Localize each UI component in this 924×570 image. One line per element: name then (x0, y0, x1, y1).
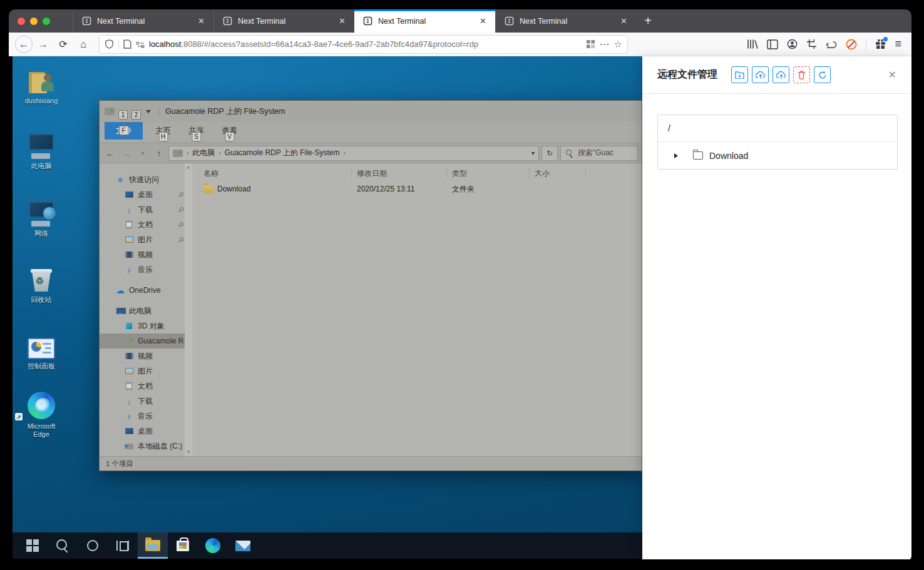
nav-pc-desktop[interactable]: 桌面 (100, 424, 192, 439)
upload-folder-button[interactable] (773, 66, 789, 83)
cortana-button[interactable] (78, 532, 108, 559)
ribbon-tab-view[interactable]: 查看 V (213, 122, 246, 140)
tab-next-terminal-4[interactable]: Next Terminal ✕ (495, 9, 636, 33)
minimize-window-button[interactable] (30, 18, 38, 25)
qr-code-icon[interactable] (586, 39, 595, 49)
nav-downloads[interactable]: ↓下载⚲ (100, 202, 192, 217)
nav-guacamole-drive[interactable]: Guacamole RD (100, 333, 192, 349)
forward-button[interactable]: → (34, 35, 53, 54)
taskbar-search-button[interactable] (48, 532, 78, 559)
file-row-download[interactable]: Download 2020/12/25 13:11 文件夹 (198, 181, 642, 197)
delete-button[interactable] (793, 66, 810, 83)
shield-icon[interactable] (105, 39, 114, 49)
breadcrumb-filesystem[interactable]: Guacamole RDP 上的 File-System (225, 148, 340, 158)
close-window-button[interactable] (18, 18, 25, 25)
nav-pc-music[interactable]: ♪音乐 (100, 409, 192, 424)
desktop-icon-dushixiang[interactable]: dushixiang (18, 65, 65, 105)
page-info-icon[interactable] (123, 39, 131, 49)
nav-pc-documents[interactable]: 文档 (100, 379, 192, 394)
nav-pc-videos[interactable]: 视频 (100, 349, 192, 364)
url-bar[interactable]: localhost:8088/#/access?assetsId=66a14ca… (99, 35, 628, 54)
refresh-button[interactable] (814, 66, 831, 83)
nav-music[interactable]: ♪音乐 (100, 262, 192, 277)
desktop-icon-recycle-bin[interactable]: ♻ 回收站 (18, 264, 65, 304)
desktop-icon-edge[interactable]: ↗ Microsoft Edge (18, 390, 65, 439)
desktop-icon-this-pc[interactable]: 此电脑 (18, 130, 65, 170)
tab-close-icon[interactable]: ✕ (618, 15, 630, 27)
start-button[interactable] (18, 532, 48, 559)
url-text[interactable]: localhost:8088/#/access?assetsId=66a14ca… (149, 39, 582, 49)
desktop-icon-control-panel[interactable]: 控制面板 (18, 330, 65, 370)
menu-icon[interactable]: ≡ (895, 38, 901, 51)
tree-node-download[interactable]: Download (658, 142, 897, 169)
column-modified[interactable]: 修改日期 (352, 168, 447, 179)
tab-next-terminal-1[interactable]: Next Terminal ✕ (73, 9, 213, 33)
upload-file-button[interactable] (752, 66, 769, 83)
qat-dropdown-icon[interactable] (146, 110, 151, 113)
nav-pictures[interactable]: 图片⚲ (100, 232, 192, 247)
address-dropdown-icon[interactable]: ▾ (531, 150, 535, 156)
tab-next-terminal-3-active[interactable]: Next Terminal ✕ (354, 9, 495, 33)
ribbon-tab-file[interactable]: 文件 F (105, 122, 143, 140)
taskbar-mail-button[interactable] (228, 532, 258, 559)
zoom-window-button[interactable] (43, 18, 50, 25)
screenshot-icon[interactable] (806, 39, 817, 49)
explorer-search-box[interactable]: 搜索"Guac (560, 146, 638, 161)
undo-icon[interactable] (826, 39, 837, 49)
nav-desktop[interactable]: 桌面⚲ (100, 187, 192, 202)
nav-videos[interactable]: 视频 (100, 247, 192, 262)
column-size[interactable]: 大小 (530, 168, 586, 179)
refresh-button[interactable]: ↻ (542, 146, 558, 161)
desktop-icon-network[interactable]: 网络 (18, 198, 65, 238)
tab-close-icon[interactable]: ✕ (477, 15, 489, 27)
extension-gift-icon[interactable] (875, 39, 886, 49)
reload-button[interactable]: ⟳ (54, 35, 73, 54)
nav-3d-objects[interactable]: 3D 对象 (100, 318, 192, 333)
nav-up-icon[interactable]: ↑ (152, 148, 166, 158)
ribbon-tab-share[interactable]: 共享 S (180, 122, 213, 140)
nav-documents[interactable]: 文档⚲ (100, 217, 192, 232)
taskbar-store-button[interactable] (168, 532, 198, 559)
breadcrumb-this-pc[interactable]: 此电脑 (192, 148, 215, 158)
nav-history-dropdown-icon[interactable]: ▾ (136, 150, 150, 156)
nav-forward-icon[interactable]: → (120, 148, 133, 158)
nav-quick-access[interactable]: ★快速访问 (100, 172, 192, 187)
sidebar-icon[interactable] (767, 39, 778, 49)
library-icon[interactable] (747, 39, 758, 49)
drawer-close-icon[interactable]: ✕ (888, 69, 896, 81)
tab-close-icon[interactable]: ✕ (195, 15, 207, 27)
nav-back-icon[interactable]: ← (103, 148, 117, 158)
breadcrumb[interactable]: › 此电脑 › Guacamole RDP 上的 File-System › ▾ (168, 146, 539, 161)
taskbar-edge-button[interactable] (198, 532, 228, 559)
task-view-button[interactable] (108, 532, 138, 559)
explorer-title-bar[interactable]: 1 2 Guacamole RDP 上的 File-System (100, 101, 642, 122)
drive-mini-icon (125, 337, 133, 345)
scroll-down-icon[interactable]: ˅ (187, 449, 190, 455)
column-name[interactable]: 名称 (198, 168, 352, 179)
current-path[interactable]: / (658, 115, 897, 142)
taskbar-file-explorer-button[interactable] (138, 532, 168, 559)
nav-scrollbar[interactable]: ˄˅ (185, 163, 192, 456)
home-button[interactable]: ⌂ (74, 35, 93, 54)
nav-this-pc[interactable]: 此电脑 (100, 303, 192, 318)
nav-onedrive[interactable]: ☁OneDrive (100, 283, 192, 298)
rdp-canvas[interactable]: dushixiang 此电脑 网络 ♻ 回收站 控制面板 ↗ Microsoft… (13, 56, 642, 559)
nav-local-disk-c[interactable]: 本地磁盘 (C:) (100, 439, 192, 454)
blocked-extension-icon[interactable] (846, 39, 857, 50)
nav-pc-downloads[interactable]: ↓下载 (100, 394, 192, 409)
bookmark-star-icon[interactable]: ☆ (614, 39, 622, 50)
file-explorer-window[interactable]: 1 2 Guacamole RDP 上的 File-System 文件 F 主页… (99, 100, 642, 471)
nav-pc-pictures[interactable]: 图片 (100, 364, 192, 379)
new-tab-button[interactable]: + (636, 9, 660, 33)
back-button[interactable]: ← (15, 36, 33, 53)
page-actions-icon[interactable]: ⋯ (600, 38, 610, 50)
account-icon[interactable] (787, 39, 798, 49)
permissions-icon[interactable] (136, 41, 145, 48)
scroll-up-icon[interactable]: ˄ (187, 165, 190, 171)
tab-next-terminal-2[interactable]: Next Terminal ✕ (213, 9, 354, 33)
expand-caret-icon[interactable] (674, 153, 678, 158)
ribbon-tab-home[interactable]: 主页 H (146, 122, 180, 140)
column-type[interactable]: 类型 (447, 168, 530, 179)
tab-close-icon[interactable]: ✕ (336, 15, 348, 27)
new-folder-button[interactable] (731, 66, 748, 83)
